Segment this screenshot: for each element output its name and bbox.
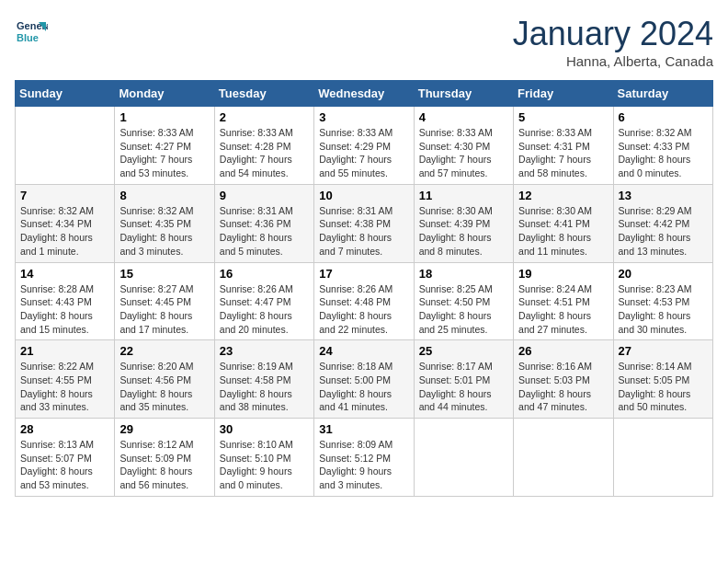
day-info: Sunrise: 8:33 AM Sunset: 4:29 PM Dayligh… <box>319 126 408 180</box>
day-cell: 11Sunrise: 8:30 AM Sunset: 4:39 PM Dayli… <box>414 184 513 262</box>
day-number: 6 <box>619 110 708 124</box>
day-number: 8 <box>119 189 209 202</box>
day-info: Sunrise: 8:32 AM Sunset: 4:33 PM Dayligh… <box>619 126 708 180</box>
day-number: 30 <box>220 422 309 436</box>
day-cell: 14Sunrise: 8:28 AM Sunset: 4:43 PM Dayli… <box>16 262 115 340</box>
day-number: 12 <box>518 189 608 202</box>
svg-text:Blue: Blue <box>17 32 39 43</box>
day-info: Sunrise: 8:27 AM Sunset: 4:45 PM Dayligh… <box>119 282 209 337</box>
day-info: Sunrise: 8:31 AM Sunset: 4:38 PM Dayligh… <box>319 204 408 259</box>
day-number: 2 <box>220 110 309 124</box>
weekday-header-saturday: Saturday <box>613 81 712 107</box>
day-info: Sunrise: 8:32 AM Sunset: 4:35 PM Dayligh… <box>119 204 209 259</box>
day-number: 26 <box>518 344 608 358</box>
day-info: Sunrise: 8:16 AM Sunset: 5:03 PM Dayligh… <box>518 360 608 414</box>
day-number: 19 <box>518 267 608 281</box>
weekday-header-tuesday: Tuesday <box>214 81 313 107</box>
day-number: 24 <box>319 344 408 358</box>
day-cell: 29Sunrise: 8:12 AM Sunset: 5:09 PM Dayli… <box>115 419 214 497</box>
calendar-table: SundayMondayTuesdayWednesdayThursdayFrid… <box>15 80 713 497</box>
day-cell <box>414 419 513 497</box>
day-info: Sunrise: 8:22 AM Sunset: 4:55 PM Dayligh… <box>20 360 109 414</box>
day-cell <box>613 419 712 497</box>
day-number: 15 <box>119 267 209 281</box>
day-info: Sunrise: 8:30 AM Sunset: 4:41 PM Dayligh… <box>518 204 608 259</box>
day-cell: 28Sunrise: 8:13 AM Sunset: 5:07 PM Dayli… <box>16 419 115 497</box>
week-row-4: 21Sunrise: 8:22 AM Sunset: 4:55 PM Dayli… <box>16 340 713 419</box>
day-number: 29 <box>119 422 209 436</box>
day-number: 27 <box>619 344 708 358</box>
day-cell: 12Sunrise: 8:30 AM Sunset: 4:41 PM Dayli… <box>514 184 613 262</box>
weekday-header-wednesday: Wednesday <box>314 81 414 107</box>
day-info: Sunrise: 8:12 AM Sunset: 5:09 PM Dayligh… <box>119 438 209 492</box>
day-cell: 5Sunrise: 8:33 AM Sunset: 4:31 PM Daylig… <box>514 107 613 185</box>
day-info: Sunrise: 8:33 AM Sunset: 4:27 PM Dayligh… <box>119 126 209 180</box>
day-info: Sunrise: 8:31 AM Sunset: 4:36 PM Dayligh… <box>220 204 309 259</box>
day-number: 14 <box>20 267 109 281</box>
day-number: 13 <box>619 189 708 202</box>
day-number: 10 <box>319 189 408 202</box>
day-number: 16 <box>220 267 309 281</box>
weekday-header-thursday: Thursday <box>414 81 513 107</box>
day-info: Sunrise: 8:18 AM Sunset: 5:00 PM Dayligh… <box>319 360 408 414</box>
week-row-3: 14Sunrise: 8:28 AM Sunset: 4:43 PM Dayli… <box>16 262 713 340</box>
day-info: Sunrise: 8:20 AM Sunset: 4:56 PM Dayligh… <box>119 360 209 414</box>
day-number: 17 <box>319 267 408 281</box>
day-cell: 18Sunrise: 8:25 AM Sunset: 4:50 PM Dayli… <box>414 262 513 340</box>
day-cell: 15Sunrise: 8:27 AM Sunset: 4:45 PM Dayli… <box>115 262 214 340</box>
day-cell: 1Sunrise: 8:33 AM Sunset: 4:27 PM Daylig… <box>115 107 214 185</box>
day-cell: 3Sunrise: 8:33 AM Sunset: 4:29 PM Daylig… <box>314 107 414 185</box>
day-number: 1 <box>119 110 209 124</box>
day-cell: 7Sunrise: 8:32 AM Sunset: 4:34 PM Daylig… <box>16 184 115 262</box>
day-info: Sunrise: 8:17 AM Sunset: 5:01 PM Dayligh… <box>419 360 508 414</box>
day-number: 7 <box>20 189 109 202</box>
day-cell: 8Sunrise: 8:32 AM Sunset: 4:35 PM Daylig… <box>115 184 214 262</box>
day-info: Sunrise: 8:25 AM Sunset: 4:50 PM Dayligh… <box>419 282 508 337</box>
day-info: Sunrise: 8:33 AM Sunset: 4:28 PM Dayligh… <box>220 126 309 180</box>
day-info: Sunrise: 8:13 AM Sunset: 5:07 PM Dayligh… <box>20 438 109 492</box>
day-cell: 13Sunrise: 8:29 AM Sunset: 4:42 PM Dayli… <box>613 184 712 262</box>
day-cell: 16Sunrise: 8:26 AM Sunset: 4:47 PM Dayli… <box>214 262 313 340</box>
title-area: January 2024 Hanna, Alberta, Canada <box>513 15 713 69</box>
day-cell: 24Sunrise: 8:18 AM Sunset: 5:00 PM Dayli… <box>314 340 414 419</box>
day-number: 5 <box>518 110 608 124</box>
weekday-header-sunday: Sunday <box>16 81 115 107</box>
weekday-header-monday: Monday <box>115 81 214 107</box>
day-info: Sunrise: 8:26 AM Sunset: 4:48 PM Dayligh… <box>319 282 408 337</box>
day-info: Sunrise: 8:32 AM Sunset: 4:34 PM Dayligh… <box>20 204 109 259</box>
day-cell: 2Sunrise: 8:33 AM Sunset: 4:28 PM Daylig… <box>214 107 313 185</box>
day-info: Sunrise: 8:26 AM Sunset: 4:47 PM Dayligh… <box>220 282 309 337</box>
week-row-1: 1Sunrise: 8:33 AM Sunset: 4:27 PM Daylig… <box>16 107 713 185</box>
day-cell: 10Sunrise: 8:31 AM Sunset: 4:38 PM Dayli… <box>314 184 414 262</box>
day-cell: 23Sunrise: 8:19 AM Sunset: 4:58 PM Dayli… <box>214 340 313 419</box>
week-row-2: 7Sunrise: 8:32 AM Sunset: 4:34 PM Daylig… <box>16 184 713 262</box>
day-cell: 25Sunrise: 8:17 AM Sunset: 5:01 PM Dayli… <box>414 340 513 419</box>
day-info: Sunrise: 8:23 AM Sunset: 4:53 PM Dayligh… <box>619 282 708 337</box>
day-cell <box>514 419 613 497</box>
month-title: January 2024 <box>513 15 713 53</box>
day-cell: 30Sunrise: 8:10 AM Sunset: 5:10 PM Dayli… <box>214 419 313 497</box>
page-header: General Blue January 2024 Hanna, Alberta… <box>15 15 713 69</box>
location-title: Hanna, Alberta, Canada <box>513 53 713 69</box>
day-number: 21 <box>20 344 109 358</box>
day-number: 3 <box>319 110 408 124</box>
day-cell: 17Sunrise: 8:26 AM Sunset: 4:48 PM Dayli… <box>314 262 414 340</box>
day-cell: 19Sunrise: 8:24 AM Sunset: 4:51 PM Dayli… <box>514 262 613 340</box>
logo: General Blue <box>15 15 48 48</box>
day-cell <box>16 107 115 185</box>
day-number: 11 <box>419 189 508 202</box>
day-number: 31 <box>319 422 408 436</box>
week-row-5: 28Sunrise: 8:13 AM Sunset: 5:07 PM Dayli… <box>16 419 713 497</box>
weekday-header-friday: Friday <box>514 81 613 107</box>
day-cell: 9Sunrise: 8:31 AM Sunset: 4:36 PM Daylig… <box>214 184 313 262</box>
day-info: Sunrise: 8:29 AM Sunset: 4:42 PM Dayligh… <box>619 204 708 259</box>
day-cell: 31Sunrise: 8:09 AM Sunset: 5:12 PM Dayli… <box>314 419 414 497</box>
day-info: Sunrise: 8:30 AM Sunset: 4:39 PM Dayligh… <box>419 204 508 259</box>
day-number: 20 <box>619 267 708 281</box>
day-number: 25 <box>419 344 508 358</box>
day-info: Sunrise: 8:09 AM Sunset: 5:12 PM Dayligh… <box>319 438 408 492</box>
day-cell: 22Sunrise: 8:20 AM Sunset: 4:56 PM Dayli… <box>115 340 214 419</box>
logo-icon: General Blue <box>15 15 48 48</box>
day-number: 23 <box>220 344 309 358</box>
day-cell: 27Sunrise: 8:14 AM Sunset: 5:05 PM Dayli… <box>613 340 712 419</box>
